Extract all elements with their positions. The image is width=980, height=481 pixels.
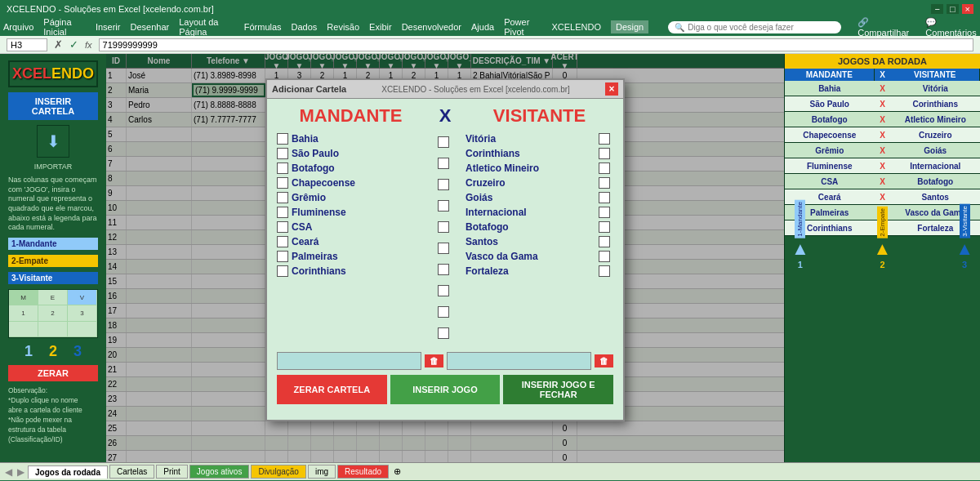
menu-layout[interactable]: Layout da Página (179, 17, 234, 37)
menu-revisao[interactable]: Revisão (327, 22, 359, 32)
modal-inserir-fechar-btn[interactable]: INSERIR JOGO E FECHAR (503, 375, 613, 404)
score-2: 2 (49, 343, 57, 360)
tab-resultado[interactable]: Resultado (337, 465, 389, 479)
modal-center-checkbox-8[interactable] (438, 306, 449, 318)
tab-jogos-rodada[interactable]: Jogos da rodada (28, 465, 108, 479)
modal-right-checkbox-5[interactable] (599, 207, 610, 218)
menu-arquivo[interactable]: Arquivo (3, 22, 33, 32)
modal-left-checkbox-0[interactable] (277, 133, 288, 145)
menu-inserir[interactable]: Inserir (96, 22, 121, 32)
modal-center-checkbox-4[interactable] (438, 221, 449, 233)
modal-right-clear-btn[interactable]: 🗑 (595, 354, 613, 367)
formula-input[interactable] (99, 38, 973, 51)
modal-left-checkbox-1[interactable] (277, 148, 288, 159)
modal-left-checkbox-4[interactable] (277, 192, 288, 203)
tab-scroll-left[interactable]: ◀ (3, 466, 14, 478)
tab-print[interactable]: Print (156, 465, 188, 479)
modal-center-checkbox-7[interactable] (438, 285, 449, 296)
sidebar: XCELENDO INSERIR CARTELA ⬇ IMPORTAR Nas … (0, 54, 106, 462)
menu-pagina-inicial[interactable]: Página Inicial (43, 17, 86, 37)
menu-formulas[interactable]: Fórmulas (244, 22, 282, 32)
tab-add[interactable]: ⊕ (394, 466, 401, 477)
right-x: X (875, 162, 891, 171)
formula-fx[interactable]: fx (85, 40, 92, 50)
menu-desenvolvedor[interactable]: Desenvolvedor (402, 22, 461, 32)
import-icon[interactable]: ⬇ (37, 125, 69, 158)
zerar-btn[interactable]: ZERAR (8, 365, 98, 381)
modal-center-checkbox-6[interactable] (438, 264, 449, 275)
modal-left-checkbox-2[interactable] (277, 163, 288, 174)
modal-right-checkbox-4[interactable] (599, 192, 610, 203)
modal-title: Adicionar Cartela (272, 84, 346, 94)
search-input[interactable] (688, 23, 835, 32)
right-x: X (875, 115, 891, 124)
close-btn[interactable]: × (962, 4, 973, 14)
modal-left-checkbox-6[interactable] (277, 221, 288, 233)
modal-right-input[interactable] (447, 352, 591, 370)
right-mandante-header: MANDANTE (785, 69, 875, 81)
modal-left-team-row: Ceará (277, 236, 425, 247)
tab-img[interactable]: img (308, 465, 336, 479)
modal-inserir-jogo-btn[interactable]: INSERIR JOGO (390, 375, 501, 404)
tab-scroll-right[interactable]: ▶ (16, 466, 26, 478)
modal-right-checkbox-9[interactable] (599, 265, 610, 277)
menu-power-pivot[interactable]: Power Pivot (504, 17, 541, 37)
formula-cancel[interactable]: ✗ (54, 38, 63, 51)
modal-right-checkbox-8[interactable] (599, 251, 610, 262)
comments-btn[interactable]: 💬 Comentários (925, 17, 977, 38)
modal-zerar-btn[interactable]: ZERAR CARTELA (277, 375, 387, 404)
modal-center-checkbox-1[interactable] (438, 158, 449, 169)
formula-confirm[interactable]: ✓ (69, 38, 78, 51)
modal-left-checkbox-7[interactable] (277, 236, 288, 247)
right-x-header: X (875, 69, 891, 81)
modal-right-checkbox-1[interactable] (599, 148, 610, 159)
menu-desenhar[interactable]: Desenhar (130, 22, 169, 32)
modal-right-checkbox-3[interactable] (599, 177, 610, 189)
modal-right-checkbox-0[interactable] (599, 133, 610, 145)
arrow-3: ▲ (956, 238, 973, 260)
modal-left-checkbox-9[interactable] (277, 265, 288, 277)
modal-left-team-row: Grêmio (277, 192, 425, 203)
modal-right-team-row: Goiás (466, 192, 613, 203)
modal-right-checkbox-2[interactable] (599, 163, 610, 174)
tab-jogos-ativos[interactable]: Jogos ativos (189, 465, 250, 479)
modal-teams-grid: Bahia São Paulo Botafogo Chapecoense Grê… (277, 133, 613, 345)
maximize-btn[interactable]: □ (947, 4, 959, 14)
modal-center-checkbox-3[interactable] (438, 200, 449, 212)
right-visitante-team: Goiás (891, 146, 981, 155)
minimize-btn[interactable]: − (931, 4, 942, 14)
label-visitante: 3-Visitante (960, 204, 970, 238)
modal-right-team-name-6: Botafogo (466, 221, 599, 233)
modal-left-checkbox-3[interactable] (277, 177, 288, 189)
modal-center-checkbox-9[interactable] (438, 327, 449, 339)
inserir-cartela-btn[interactable]: INSERIR CARTELA (8, 92, 98, 120)
menu-xcelendo[interactable]: XCELENDO (551, 22, 601, 32)
right-match-row: Chapecoense X Cruzeiro (785, 127, 980, 143)
legend-empate: 2-Empate (8, 255, 98, 267)
modal-left-checkbox-8[interactable] (277, 251, 288, 262)
menu-design[interactable]: Design (611, 20, 648, 33)
menu-ajuda[interactable]: Ajuda (471, 22, 494, 32)
modal-center-checkbox-0[interactable] (438, 136, 449, 148)
tab-divulgacao[interactable]: Divulgação (251, 465, 305, 479)
modal-left-team-row: Fluminense (277, 207, 425, 218)
menu-exibir[interactable]: Exibir (369, 22, 392, 32)
modal-close-btn[interactable]: × (605, 82, 618, 96)
tab-cartelas[interactable]: Cartelas (109, 465, 154, 479)
menu-dados[interactable]: Dados (292, 22, 318, 32)
share-btn[interactable]: 🔗 Compartilhar (858, 17, 909, 38)
score-1: 1 (24, 343, 33, 360)
modal-right-checkbox-7[interactable] (599, 236, 610, 247)
modal-left-input[interactable] (277, 352, 421, 370)
modal-left-teams: Bahia São Paulo Botafogo Chapecoense Grê… (277, 133, 425, 345)
modal-center-checkbox-2[interactable] (438, 179, 449, 190)
modal-left-checkbox-5[interactable] (277, 207, 288, 218)
cell-reference[interactable] (7, 38, 47, 51)
modal-right-checkbox-6[interactable] (599, 221, 610, 233)
modal-center-checkbox-5[interactable] (438, 243, 449, 254)
modal-left-clear-btn[interactable]: 🗑 (425, 354, 443, 367)
mini-cell (68, 322, 97, 336)
modal-left-team-name-3: Chapecoense (292, 177, 425, 189)
modal-left-team-row: Palmeiras (277, 251, 425, 262)
modal-visitante-header: VISITANTE (466, 105, 613, 127)
